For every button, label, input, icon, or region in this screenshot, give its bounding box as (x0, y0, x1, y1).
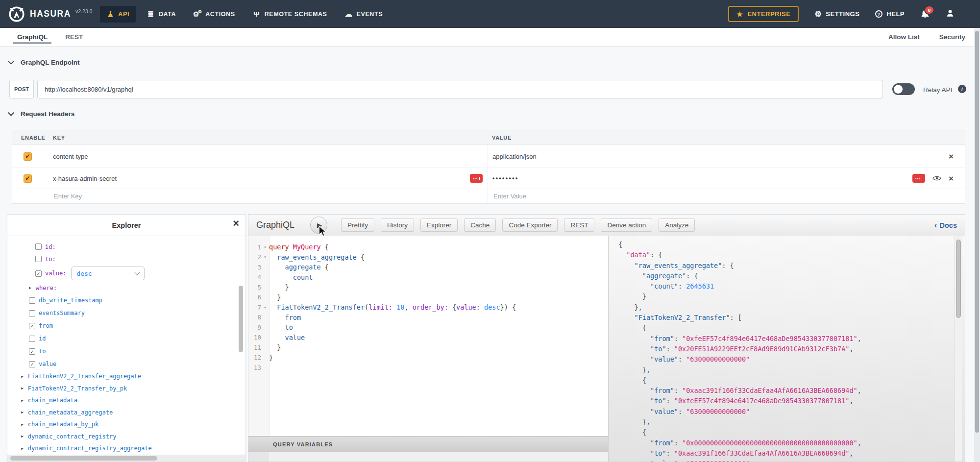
explorer-item-value[interactable]: ✓value (7, 358, 245, 370)
code-line[interactable]: 4 count (248, 272, 608, 283)
response-line: "to": "0xfeEF57c4f894e6417e468aDe9854330… (618, 396, 861, 406)
header-key[interactable]: content-type (47, 145, 488, 168)
code-line[interactable]: 1▾query MyQuery { (248, 242, 608, 252)
sort-direction-select[interactable]: desc (71, 267, 145, 280)
secret-recording-icon[interactable]: ••• (470, 174, 483, 183)
header-key[interactable]: x-hasura-admin-secret ••• (47, 168, 488, 189)
checkbox[interactable] (29, 336, 35, 342)
query-variables-bar[interactable]: QUERY VARIABLES (248, 436, 608, 452)
response-line: "aggregate": { (618, 271, 861, 281)
explorer-item-where[interactable]: ▶where: (7, 282, 245, 294)
graphql-endpoint-section-header[interactable]: GraphQL Endpoint (9, 59, 80, 66)
code-line[interactable]: 6 } (248, 292, 608, 303)
explorer-item-dynamic-contract-registry[interactable]: ▶dynamic_contract_registry (7, 431, 245, 443)
checkbox[interactable] (29, 297, 35, 304)
checkbox[interactable] (35, 256, 42, 262)
tab-graphiql[interactable]: GraphiQL (16, 28, 49, 46)
secret-recording-icon[interactable]: ••• (912, 174, 925, 183)
explorer-item-chain-metadata-aggregate[interactable]: ▶chain_metadata_aggregate (7, 407, 245, 419)
tab-allow-list[interactable]: Allow List (888, 33, 920, 41)
nav-item-events[interactable]: ☁EVENTS (339, 6, 390, 23)
http-method-badge: POST (9, 80, 34, 98)
code-line[interactable]: 11 } (248, 342, 608, 353)
explorer-item-fiattokenv2-2-transfer-aggregate[interactable]: ▶FiatTokenV2_2_Transfer_aggregate (7, 370, 245, 383)
explorer-item-id[interactable]: id: (7, 241, 245, 253)
new-value-input[interactable] (492, 192, 920, 200)
query-variables-editor[interactable] (248, 452, 608, 462)
checkbox[interactable]: ✓ (29, 323, 35, 329)
explorer-scrollbar[interactable] (239, 286, 243, 352)
explorer-item-from[interactable]: ✓from (7, 319, 245, 332)
code-text: from (269, 314, 301, 321)
checkbox[interactable] (35, 243, 42, 250)
toolbar-button-history[interactable]: History (381, 219, 414, 232)
user-menu-button[interactable] (946, 9, 955, 20)
flask-icon (106, 10, 114, 18)
response-scrollbar[interactable] (956, 240, 961, 318)
code-line[interactable]: 12} (248, 353, 608, 363)
checkbox[interactable]: ✓ (35, 270, 42, 277)
request-headers-section-header[interactable]: Request Headers (9, 110, 74, 118)
toolbar-button-explorer[interactable]: Explorer (420, 219, 458, 232)
explorer-item-chain-metadata-by-pk[interactable]: ▶chain_metadata_by_pk (7, 418, 245, 431)
explorer-item-fiattokenv2-2-transfer-by-pk[interactable]: ▶FiatTokenV2_2_Transfer_by_pk (7, 383, 245, 395)
header-value[interactable]: application/json × (488, 145, 965, 168)
explorer-item-label: to: (45, 256, 56, 263)
settings-button[interactable]: ⚙ SETTINGS (814, 10, 859, 18)
explorer-hscrollbar[interactable] (10, 456, 157, 461)
close-icon[interactable]: × (233, 218, 239, 229)
explorer-item-to[interactable]: ✓to (7, 345, 245, 358)
new-key-input[interactable] (53, 192, 446, 200)
toolbar-button-rest[interactable]: REST (564, 219, 594, 232)
header-value[interactable]: •••••••• ••• × (488, 168, 965, 189)
page-scrollbar[interactable] (975, 31, 979, 433)
nav-item-api[interactable]: API (100, 6, 136, 23)
docs-link[interactable]: ‹ Docs (934, 220, 957, 230)
toolbar-button-cache[interactable]: Cache (464, 219, 496, 232)
nav-item-data[interactable]: DATA (141, 6, 182, 23)
toolbar-button-derive-action[interactable]: Derive action (601, 219, 652, 232)
nav-item-remote-schemas[interactable]: ΨREMOTE SCHEMAS (246, 6, 334, 23)
remove-header-icon[interactable]: × (949, 174, 954, 183)
code-line[interactable]: 9 to (248, 322, 608, 333)
code-line[interactable]: 10 value (248, 333, 608, 343)
code-line[interactable]: 3 aggregate { (248, 262, 608, 272)
enable-checkbox[interactable]: ✓ (24, 152, 32, 161)
explorer-item-to[interactable]: to: (7, 253, 245, 265)
help-button[interactable]: ? HELP (875, 10, 905, 18)
code-line[interactable]: 5 } (248, 282, 608, 292)
execute-query-button[interactable]: ▶ (310, 217, 327, 234)
endpoint-url-input[interactable] (37, 80, 883, 98)
explorer-item-value[interactable]: ✓value:desc (7, 265, 245, 282)
query-editor[interactable]: 1▾query MyQuery {2▾ raw_events_aggregate… (248, 236, 608, 462)
checkbox[interactable]: ✓ (29, 348, 35, 355)
tabs-right: Allow ListSecurity (888, 28, 980, 46)
info-icon[interactable]: i (958, 85, 966, 93)
tab-rest[interactable]: REST (64, 28, 84, 46)
code-line[interactable]: 13 (248, 363, 608, 373)
nav-item-actions[interactable]: ⚙⚙ACTIONS (187, 6, 241, 23)
explorer-item-dynamic-contract-registry-aggregate[interactable]: ▶dynamic_contract_registry_aggregate (7, 442, 245, 455)
explorer-item-id[interactable]: id (7, 332, 245, 345)
checkbox[interactable] (29, 310, 35, 316)
explorer-item-db-write-timestamp[interactable]: db_write_timestamp (7, 294, 245, 307)
reveal-value-eye-icon[interactable] (932, 175, 941, 181)
code-line[interactable]: 7▾ FiatTokenV2_2_Transfer(limit: 10, ord… (248, 302, 608, 313)
toolbar-button-analyze[interactable]: Analyze (659, 219, 695, 232)
toolbar-button-prettify[interactable]: Prettify (341, 219, 374, 232)
toolbar-button-code-exporter[interactable]: Code Exporter (502, 219, 558, 232)
code-line[interactable]: 8 from (248, 313, 608, 323)
hasura-logo-icon[interactable] (8, 5, 25, 23)
tab-security[interactable]: Security (939, 33, 965, 41)
remove-header-icon[interactable]: × (949, 152, 954, 161)
code-text: value (269, 334, 305, 341)
notifications-button[interactable]: 8 (920, 9, 930, 19)
enterprise-button[interactable]: ★ ENTERPRISE (728, 6, 799, 22)
enable-checkbox[interactable]: ✓ (24, 174, 32, 183)
checkbox[interactable]: ✓ (29, 361, 35, 367)
explorer-item-chain-metadata[interactable]: ▶chain_metadata (7, 394, 245, 407)
code-line[interactable]: 2▾ raw_events_aggregate { (248, 252, 608, 263)
relay-api-toggle[interactable] (892, 83, 915, 95)
explorer-item-eventssummary[interactable]: eventsSummary (7, 307, 245, 319)
chevron-down-icon (135, 269, 140, 275)
